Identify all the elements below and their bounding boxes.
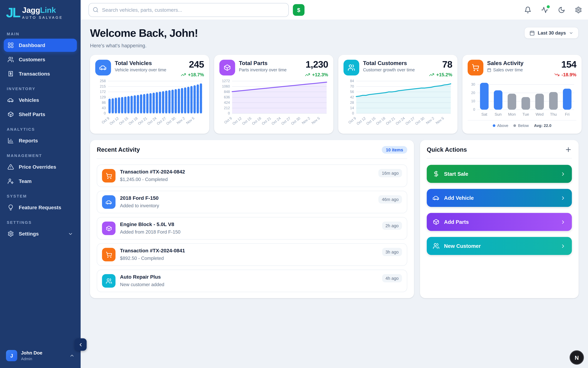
stat-value: 78 xyxy=(429,60,452,69)
svg-text:Oct 27: Oct 27 xyxy=(405,116,415,126)
moon-icon xyxy=(558,6,565,13)
stat-card-total-vehicles: Total Vehicles Vehicle inventory over ti… xyxy=(90,55,209,134)
sidebar-nav: MAIN Dashboard Customers Transactions IN… xyxy=(0,23,80,345)
car-icon xyxy=(433,194,440,201)
layout-grid-icon xyxy=(8,42,14,48)
quick-actions-panel: Quick Actions Start Sale Add Vehicle xyxy=(420,140,579,298)
sidebar-item-price-overrides[interactable]: Price Overrides xyxy=(4,160,77,174)
sidebar-item-reports[interactable]: Reports xyxy=(4,134,77,147)
box-icon xyxy=(8,111,14,118)
svg-text:Oct 15: Oct 15 xyxy=(241,116,252,126)
dollar-icon xyxy=(433,170,440,177)
brand-name-primary: Jagg xyxy=(22,6,40,14)
sidebar-item-feature-requests[interactable]: Feature Requests xyxy=(4,201,77,214)
svg-text:Oct 12: Oct 12 xyxy=(109,116,119,126)
svg-text:42: 42 xyxy=(350,95,354,99)
svg-text:Oct 21: Oct 21 xyxy=(261,116,272,126)
svg-text:172: 172 xyxy=(100,90,106,94)
activity-status-button[interactable] xyxy=(541,6,548,13)
stat-value: 154 xyxy=(554,60,576,69)
search-input[interactable] xyxy=(89,3,289,17)
activity-row-auto-repair-plus[interactable]: Auto Repair Plus New customer added 4h a… xyxy=(97,270,407,292)
svg-text:20: 20 xyxy=(471,91,475,95)
sidebar-collapse-button[interactable] xyxy=(75,338,87,351)
sidebar-item-team[interactable]: Team xyxy=(4,175,77,188)
chevron-right-icon xyxy=(560,195,566,201)
notifications-button[interactable] xyxy=(524,6,531,13)
sidebar-item-customers[interactable]: Customers xyxy=(4,53,77,66)
add-parts-button[interactable]: Add Parts xyxy=(427,213,572,231)
parts-tile xyxy=(219,60,235,75)
cart-tile xyxy=(102,248,116,261)
stat-delta: +15.2% xyxy=(429,72,452,77)
recent-activity-title: Recent Activity xyxy=(97,147,140,153)
sidebar-item-dashboard[interactable]: Dashboard xyxy=(4,39,77,52)
calendar-icon xyxy=(487,68,491,72)
stat-card-sales-activity: Sales Activity Sales over time 154 -18.9… xyxy=(462,55,582,134)
activity-row-engine-block[interactable]: Engine Block - 5.0L V8 Added from 2018 F… xyxy=(97,217,407,239)
stat-delta: +12.3% xyxy=(305,72,328,77)
page-subtitle: Here's what's happening. xyxy=(90,43,198,48)
sidebar-item-label: Transactions xyxy=(19,71,50,77)
settings-button[interactable] xyxy=(575,6,582,13)
start-sale-button[interactable]: Start Sale xyxy=(427,165,572,183)
sidebar-item-label: Settings xyxy=(19,231,39,237)
sidebar-item-vehicles[interactable]: Vehicles xyxy=(4,93,77,107)
brand-name-accent: Link xyxy=(40,6,56,14)
svg-text:212: 212 xyxy=(224,106,230,110)
svg-text:28: 28 xyxy=(350,101,354,105)
bar-chart-icon xyxy=(8,138,14,144)
date-range-dropdown[interactable]: Last 30 days xyxy=(524,27,579,39)
chevron-right-icon xyxy=(560,243,566,249)
activity-time-badge: 2h ago xyxy=(382,221,402,230)
sidebar-item-label: Vehicles xyxy=(19,97,39,103)
bell-icon xyxy=(524,6,531,13)
quick-sale-button[interactable]: $ xyxy=(293,4,304,16)
stat-title: Total Parts xyxy=(239,60,287,66)
dark-mode-button[interactable] xyxy=(558,6,565,13)
dev-overlay-button[interactable]: N xyxy=(570,350,584,365)
activity-row-ford-f150[interactable]: 2018 Ford F-150 Added to inventory 46m a… xyxy=(97,191,407,213)
activity-title: Transaction #TX-2024-0842 xyxy=(120,169,185,175)
svg-text:0: 0 xyxy=(352,111,354,115)
user-name: John Doe xyxy=(21,350,42,356)
sidebar-item-settings[interactable]: Settings xyxy=(4,227,77,240)
chevron-right-icon xyxy=(560,171,566,177)
svg-text:215: 215 xyxy=(100,84,106,88)
chevron-right-icon xyxy=(560,219,566,225)
activity-time-badge: 4h ago xyxy=(382,274,402,282)
stat-title: Total Vehicles xyxy=(115,60,166,66)
users-tile xyxy=(102,274,116,288)
activity-subtitle: Added from 2018 Ford F-150 xyxy=(120,230,180,235)
svg-text:Oct 12: Oct 12 xyxy=(232,116,242,126)
sidebar-item-label: Shelf Parts xyxy=(19,112,45,117)
sidebar-item-transactions[interactable]: Transactions xyxy=(4,67,77,81)
sidebar-item-shelf-parts[interactable]: Shelf Parts xyxy=(4,108,77,121)
add-quick-action-button[interactable] xyxy=(565,146,572,153)
activity-row-transaction-0841[interactable]: Transaction #TX-2024-0841 $892.50 - Comp… xyxy=(97,243,407,266)
new-customer-button[interactable]: New Customer xyxy=(427,237,572,255)
add-vehicle-button[interactable]: Add Vehicle xyxy=(427,189,572,207)
car-icon xyxy=(106,199,112,205)
activity-title: 2018 Ford F-150 xyxy=(120,195,159,201)
svg-text:84: 84 xyxy=(350,79,354,83)
svg-text:0: 0 xyxy=(473,108,475,111)
page-title: Welcome Back, John! xyxy=(90,27,198,39)
chart-legend: Above Below Avg: 22.0 xyxy=(468,120,576,130)
stat-subtitle: Parts inventory over time xyxy=(239,68,287,72)
quick-actions-title: Quick Actions xyxy=(427,146,467,153)
svg-text:1272: 1272 xyxy=(222,79,230,83)
svg-text:30: 30 xyxy=(471,83,475,86)
warning-triangle-icon xyxy=(8,164,14,170)
activity-row-transaction-0842[interactable]: Transaction #TX-2024-0842 $1,245.00 - Co… xyxy=(97,165,407,187)
box-icon xyxy=(223,64,231,71)
svg-text:Nov 5: Nov 5 xyxy=(185,116,195,125)
stat-value: 245 xyxy=(181,60,204,69)
svg-text:Wed: Wed xyxy=(536,112,543,117)
legend-below-dot xyxy=(514,124,516,127)
plus-icon xyxy=(565,146,572,153)
box-icon xyxy=(433,219,440,225)
activity-title: Auto Repair Plus xyxy=(120,274,164,280)
svg-text:Oct 15: Oct 15 xyxy=(365,116,376,126)
user-menu[interactable]: J John Doe Admin xyxy=(0,345,80,368)
